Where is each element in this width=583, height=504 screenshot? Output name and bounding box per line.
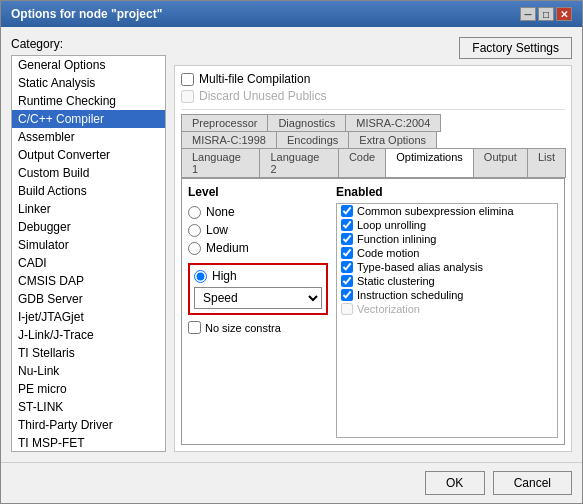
enabled-item-type-based-alias: Type-based alias analysis xyxy=(337,260,557,274)
checkbox-type-based-alias[interactable] xyxy=(341,261,353,273)
checkbox-common-subexpr[interactable] xyxy=(341,205,353,217)
category-item-st-link[interactable]: ST-LINK xyxy=(12,398,165,416)
category-item-ijet[interactable]: I-jet/JTAGjet xyxy=(12,308,165,326)
category-item-pe-micro[interactable]: PE micro xyxy=(12,380,165,398)
top-buttons: Factory Settings xyxy=(174,37,572,59)
dialog-footer: OK Cancel xyxy=(1,462,582,503)
category-item-build-actions[interactable]: Build Actions xyxy=(12,182,165,200)
cancel-button[interactable]: Cancel xyxy=(493,471,572,495)
tab-extra-options[interactable]: Extra Options xyxy=(348,131,437,149)
checkbox-vectorization[interactable] xyxy=(341,303,353,315)
tab-output[interactable]: Output xyxy=(473,148,528,178)
radio-none-input[interactable] xyxy=(188,206,201,219)
category-item-assembler[interactable]: Assembler xyxy=(12,128,165,146)
category-item-nu-link[interactable]: Nu-Link xyxy=(12,362,165,380)
radio-high-label: High xyxy=(212,269,237,283)
radio-low: Low xyxy=(188,223,328,237)
radio-medium-input[interactable] xyxy=(188,242,201,255)
tab-language2[interactable]: Language 2 xyxy=(259,148,338,178)
tab-language1[interactable]: Language 1 xyxy=(181,148,260,178)
tabs-section: Preprocessor Diagnostics MISRA-C:2004 MI… xyxy=(181,114,565,445)
checkbox-static-clustering[interactable] xyxy=(341,275,353,287)
category-item-third-party[interactable]: Third-Party Driver xyxy=(12,416,165,434)
category-item-simulator[interactable]: Simulator xyxy=(12,236,165,254)
enabled-item-loop-unrolling: Loop unrolling xyxy=(337,218,557,232)
no-size-checkbox[interactable] xyxy=(188,321,201,334)
radio-low-label: Low xyxy=(206,223,228,237)
tab-encodings[interactable]: Encodings xyxy=(276,131,349,149)
category-item-cadi[interactable]: CADI xyxy=(12,254,165,272)
category-list: General Options Static Analysis Runtime … xyxy=(11,55,166,452)
level-section: Level None Low xyxy=(188,185,328,438)
category-item-general-options[interactable]: General Options xyxy=(12,56,165,74)
multi-file-checkbox-row: Multi-file Compilation xyxy=(181,72,565,86)
checkbox-loop-unrolling[interactable] xyxy=(341,219,353,231)
category-item-jlink[interactable]: J-Link/J-Trace xyxy=(12,326,165,344)
high-option-box: High Speed Size xyxy=(188,263,328,315)
options-dialog: Options for node "project" ─ □ ✕ Categor… xyxy=(0,0,583,504)
label-type-based-alias: Type-based alias analysis xyxy=(357,261,483,273)
title-bar: Options for node "project" ─ □ ✕ xyxy=(1,1,582,27)
category-item-gdb-server[interactable]: GDB Server xyxy=(12,290,165,308)
speed-select[interactable]: Speed Size xyxy=(194,287,322,309)
label-static-clustering: Static clustering xyxy=(357,275,435,287)
options-section: Multi-file Compilation Discard Unused Pu… xyxy=(174,65,572,452)
tab-list[interactable]: List xyxy=(527,148,566,178)
multi-file-checkbox[interactable] xyxy=(181,73,194,86)
checkbox-function-inlining[interactable] xyxy=(341,233,353,245)
checkboxes-row: Multi-file Compilation Discard Unused Pu… xyxy=(181,72,565,110)
category-item-custom-build[interactable]: Custom Build xyxy=(12,164,165,182)
enabled-item-vectorization: Vectorization xyxy=(337,302,557,316)
tab-panel: Level None Low xyxy=(181,178,565,445)
enabled-item-code-motion: Code motion xyxy=(337,246,557,260)
tabs-row-3: Language 1 Language 2 Code Optimizations… xyxy=(181,148,565,178)
radio-high-input[interactable] xyxy=(194,270,207,283)
dialog-body: Category: General Options Static Analysi… xyxy=(1,27,582,462)
right-panel: Factory Settings Multi-file Compilation … xyxy=(174,37,572,452)
tab-diagnostics[interactable]: Diagnostics xyxy=(267,114,346,132)
label-instruction-scheduling: Instruction scheduling xyxy=(357,289,463,301)
label-loop-unrolling: Loop unrolling xyxy=(357,219,426,231)
category-item-cmsis-dap[interactable]: CMSIS DAP xyxy=(12,272,165,290)
ok-button[interactable]: OK xyxy=(425,471,485,495)
minimize-button[interactable]: ─ xyxy=(520,7,536,21)
category-item-runtime-checking[interactable]: Runtime Checking xyxy=(12,92,165,110)
no-size-label: No size constra xyxy=(205,322,281,334)
tab-optimizations[interactable]: Optimizations xyxy=(385,148,474,178)
label-common-subexpr: Common subexpression elimina xyxy=(357,205,514,217)
tab-code[interactable]: Code xyxy=(338,148,386,178)
category-item-compiler[interactable]: C/C++ Compiler xyxy=(12,110,165,128)
enabled-item-instruction-scheduling: Instruction scheduling xyxy=(337,288,557,302)
close-button[interactable]: ✕ xyxy=(556,7,572,21)
left-panel: Category: General Options Static Analysi… xyxy=(11,37,166,452)
category-item-linker[interactable]: Linker xyxy=(12,200,165,218)
category-item-ti-msp-fet[interactable]: TI MSP-FET xyxy=(12,434,165,452)
category-item-debugger[interactable]: Debugger xyxy=(12,218,165,236)
tab-preprocessor[interactable]: Preprocessor xyxy=(181,114,268,132)
maximize-button[interactable]: □ xyxy=(538,7,554,21)
radio-medium: Medium xyxy=(188,241,328,255)
category-item-ti-stellaris[interactable]: TI Stellaris xyxy=(12,344,165,362)
tab-misra-2004[interactable]: MISRA-C:2004 xyxy=(345,114,441,132)
checkbox-instruction-scheduling[interactable] xyxy=(341,289,353,301)
category-item-output-converter[interactable]: Output Converter xyxy=(12,146,165,164)
label-vectorization: Vectorization xyxy=(357,303,420,315)
category-label: Category: xyxy=(11,37,166,51)
window-controls: ─ □ ✕ xyxy=(520,7,572,21)
radio-none: None xyxy=(188,205,328,219)
radio-low-input[interactable] xyxy=(188,224,201,237)
enabled-item-common-subexpr: Common subexpression elimina xyxy=(337,204,557,218)
factory-settings-button[interactable]: Factory Settings xyxy=(459,37,572,59)
multi-file-label: Multi-file Compilation xyxy=(199,72,310,86)
discard-unused-checkbox-row: Discard Unused Publics xyxy=(181,89,565,103)
enabled-section: Enabled Common subexpression elimina Loo… xyxy=(336,185,558,438)
discard-unused-label: Discard Unused Publics xyxy=(199,89,326,103)
enabled-heading: Enabled xyxy=(336,185,558,199)
discard-unused-checkbox[interactable] xyxy=(181,90,194,103)
dialog-title: Options for node "project" xyxy=(11,7,162,21)
tab-misra-1998[interactable]: MISRA-C:1998 xyxy=(181,131,277,149)
category-item-static-analysis[interactable]: Static Analysis xyxy=(12,74,165,92)
no-size-row: No size constra xyxy=(188,321,328,334)
label-function-inlining: Function inlining xyxy=(357,233,437,245)
checkbox-code-motion[interactable] xyxy=(341,247,353,259)
